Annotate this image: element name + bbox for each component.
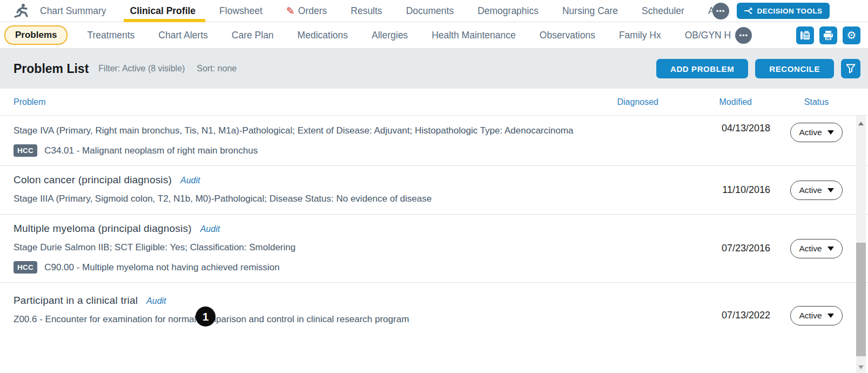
status-dropdown[interactable]: Active [790,181,842,200]
problem-stage-detail: Stage Durie Salmon IIB; SCT Eligible: Ye… [14,241,599,254]
clinical-profile-subnav: Problems Treatments Chart Alerts Care Pl… [0,22,868,49]
page-title: Problem List [14,62,89,76]
fax-icon [800,30,810,41]
tab-nursing-care[interactable]: Nursing Care [562,0,633,22]
subnav-item-problems[interactable]: Problems [4,25,68,45]
scrollbar-thumb[interactable] [856,243,866,356]
chevron-down-icon [827,314,834,318]
column-modified[interactable]: Modified [658,97,775,107]
problem-stage-detail: Stage IIIA (Primary, Sigmoid colon, T2, … [14,192,599,205]
subnav-item-chart-alerts[interactable]: Chart Alerts [158,30,207,41]
table-row: Multiple myeloma (principal diagnosis) A… [0,214,868,282]
subnav-item-observations[interactable]: Observations [540,30,595,41]
more-tabs-button[interactable]: ••• [712,3,729,19]
ellipsis-icon: ••• [739,31,748,39]
problem-title: Colon cancer (principal diagnosis) [14,174,172,186]
problem-title: Multiple myeloma (principal diagnosis) [14,223,192,235]
column-problem[interactable]: Problem [14,97,572,107]
table-header-row: Problem Diagnosed Modified Status [0,89,868,116]
table-row: Stage IVA (Primary, Right main bronchus,… [0,116,868,165]
tab-chart-summary[interactable]: Chart Summary [40,0,122,22]
settings-button[interactable]: ⚙ [843,26,860,44]
table-row: Participant in a clinical trial Audit Z0… [0,282,868,348]
audit-link[interactable]: Audit [146,296,166,306]
problem-title: Participant in a clinical trial [14,295,138,307]
filter-summary: Filter: Active (8 visible) [98,64,185,74]
top-nav: Chart Summary Clinical Profile Flowsheet… [0,0,868,22]
status-dropdown[interactable]: Active [790,123,842,142]
hcc-badge: HCC [14,144,37,157]
audit-link[interactable]: Audit [180,176,200,185]
chevron-down-icon [827,188,834,192]
sort-summary: Sort: none [197,64,237,74]
printer-icon [823,30,833,41]
gear-icon: ⚙ [847,30,857,41]
icd-code: C34.01 - Malignant neoplasm of right mai… [44,145,258,156]
runner-logo-icon [12,3,30,19]
ellipsis-icon: ••• [716,7,725,15]
hcc-badge: HCC [14,261,37,274]
problem-list-header: Problem List Filter: Active (8 visible) … [0,49,868,89]
pencil-icon: ✎ [286,5,295,17]
add-problem-button[interactable]: ADD PROBLEM [656,59,748,78]
subnav-item-medications[interactable]: Medications [298,30,348,41]
subnav-item-obgyn[interactable]: OB/GYN H [685,30,731,41]
audit-link[interactable]: Audit [200,224,220,234]
subnav-icon-buttons: ⚙ [796,26,868,44]
tab-scheduler[interactable]: Scheduler [642,0,699,22]
fax-button[interactable] [796,26,814,44]
annotation-marker: 1 [196,307,216,327]
subnav-item-health-maintenance[interactable]: Health Maintenance [432,30,516,41]
tab-documents[interactable]: Documents [406,0,469,22]
scroll-up-arrow[interactable] [856,119,866,128]
column-diagnosed[interactable]: Diagnosed [572,97,658,107]
modified-date: 07/13/2022 [658,310,775,321]
column-status[interactable]: Status [775,97,858,107]
more-subnav-button[interactable]: ••• [735,27,752,44]
funnel-icon [846,64,856,74]
modified-date: 07/23/2016 [658,243,775,254]
tab-results[interactable]: Results [351,0,397,22]
chevron-down-icon [827,130,834,135]
status-dropdown[interactable]: Active [790,306,842,325]
tab-flowsheet[interactable]: Flowsheet [219,0,278,22]
modified-date: 04/13/2018 [658,123,775,134]
chevron-down-icon [827,247,834,251]
problem-stage-detail: Z00.6 - Encounter for examination for no… [14,313,599,326]
decision-tools-button[interactable]: DECISION TOOLS [737,3,830,19]
tab-clinical-profile[interactable]: Clinical Profile [130,0,211,22]
problem-stage-detail: Stage IVA (Primary, Right main bronchus,… [14,124,599,137]
subnav-item-care-plan[interactable]: Care Plan [232,30,274,41]
table-row: Colon cancer (principal diagnosis) Audit… [0,165,868,214]
vertical-scrollbar[interactable] [856,116,866,373]
icd-code: C90.00 - Multiple myeloma not having ach… [44,262,280,273]
status-dropdown[interactable]: Active [790,239,842,258]
filter-button[interactable] [841,59,860,78]
tab-demographics[interactable]: Demographics [477,0,554,22]
modified-date: 11/10/2016 [658,184,775,196]
tab-orders[interactable]: ✎Orders [286,0,342,22]
print-button[interactable] [819,26,837,44]
subnav-item-family-hx[interactable]: Family Hx [619,30,661,41]
subnav-item-treatments[interactable]: Treatments [87,30,134,41]
reconcile-button[interactable]: RECONCILE [755,59,834,78]
subnav-item-allergies[interactable]: Allergies [372,30,408,41]
branch-icon [744,6,753,15]
problem-list-body: Stage IVA (Primary, Right main bronchus,… [0,116,868,373]
app-window: Chart Summary Clinical Profile Flowsheet… [0,0,868,373]
scroll-down-arrow[interactable] [856,363,866,371]
